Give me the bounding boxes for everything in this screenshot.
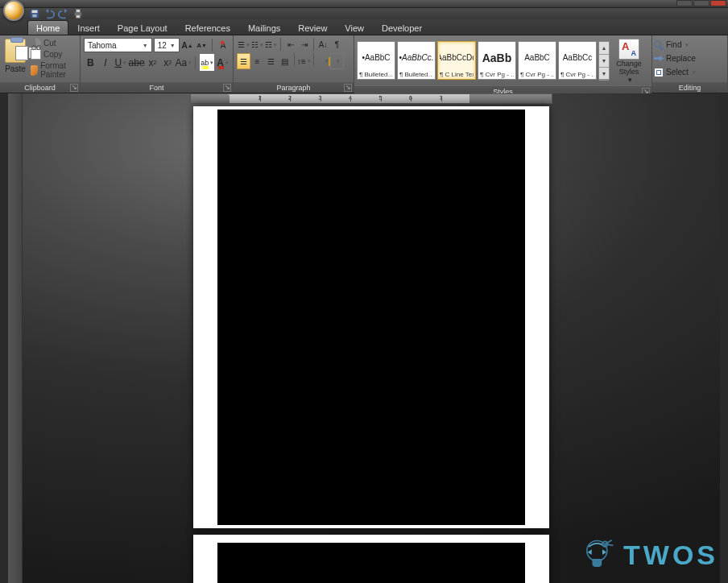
sort-button[interactable]: A↓: [316, 38, 330, 52]
align-center-button[interactable]: ≡: [250, 53, 264, 69]
increase-indent-button[interactable]: ⇥: [297, 38, 311, 52]
styles-more[interactable]: ▾: [599, 68, 609, 81]
replace-icon: [654, 54, 664, 64]
group-clipboard: Paste Cut Copy Format Painter Clipboard↘: [0, 35, 81, 93]
paste-icon: [5, 39, 26, 63]
clear-formatting-button[interactable]: A◆: [217, 39, 230, 52]
page-2-content: [217, 543, 525, 583]
office-button[interactable]: [3, 0, 24, 21]
justify-button[interactable]: ▤: [278, 53, 292, 69]
document-page-1[interactable]: [193, 106, 549, 528]
bullets-button[interactable]: ☰▾: [237, 38, 250, 52]
styles-scroll[interactable]: ▴▾▾: [598, 41, 610, 80]
svg-rect-5: [76, 15, 80, 19]
select-icon: [654, 68, 664, 77]
style-cvr-pg-3[interactable]: AaBbCc¶ Cvr Pg - …: [558, 41, 597, 80]
font-name-dropdown[interactable]: Tahoma▼: [84, 38, 152, 52]
cut-button[interactable]: Cut: [31, 38, 78, 48]
watermark-bulb-icon: [578, 535, 618, 575]
page-1-content: [217, 110, 525, 525]
clipboard-launcher[interactable]: ↘: [70, 84, 78, 92]
watermark-text: TWOS: [623, 540, 718, 571]
paragraph-launcher[interactable]: ↘: [344, 84, 352, 92]
qat-redo-icon[interactable]: [58, 8, 69, 19]
window-titlebar: [0, 0, 728, 8]
svg-rect-4: [76, 10, 80, 13]
align-left-button[interactable]: ☰: [237, 53, 250, 69]
qat-save-icon[interactable]: [29, 8, 40, 19]
change-styles-icon: [618, 39, 639, 60]
multilevel-button[interactable]: ☶▾: [264, 38, 278, 52]
format-painter-button[interactable]: Format Painter: [31, 61, 78, 79]
grow-font-button[interactable]: A▲: [181, 39, 194, 52]
document-area[interactable]: 1234567: [8, 93, 720, 583]
window-minimize-button[interactable]: [676, 0, 693, 6]
style-cvr-pg-2[interactable]: AaBbC¶ Cvr Pg - …: [518, 41, 556, 80]
style-bulleted-2[interactable]: AaBbCc.¶ Bulleted…: [397, 41, 436, 80]
font-size-dropdown[interactable]: 12▼: [154, 38, 180, 52]
svg-rect-1: [32, 10, 38, 14]
align-right-button[interactable]: ☰: [264, 53, 278, 69]
font-color-button[interactable]: A▾: [216, 54, 230, 71]
vertical-ruler: [8, 93, 23, 583]
ribbon: Paste Cut Copy Format Painter Clipboard↘…: [0, 35, 728, 93]
window-maximize-button[interactable]: [693, 0, 709, 6]
tab-home[interactable]: Home: [27, 20, 68, 35]
replace-button[interactable]: Replace: [654, 54, 726, 64]
shrink-font-button[interactable]: A▼: [196, 39, 209, 52]
select-button[interactable]: Select▾: [654, 68, 726, 77]
borders-button[interactable]: ▾: [330, 53, 344, 69]
horizontal-ruler[interactable]: 1234567: [190, 93, 552, 104]
styles-up[interactable]: ▴: [599, 42, 609, 55]
group-label-clipboard: Clipboard↘: [0, 81, 80, 93]
find-icon: [654, 40, 664, 50]
svg-rect-2: [32, 14, 36, 18]
italic-button[interactable]: I: [99, 54, 113, 71]
change-styles-button[interactable]: Change Styles▾: [613, 37, 645, 84]
tab-page-layout[interactable]: Page Layout: [109, 20, 176, 35]
superscript-button[interactable]: x2: [161, 54, 175, 71]
group-font: Tahoma▼ 12▼ A▲ A▼ A◆ B I U▾ abe x2 x2 Aa…: [81, 35, 234, 93]
styles-down[interactable]: ▾: [599, 55, 609, 68]
qat-undo-icon[interactable]: [43, 8, 55, 19]
paste-button[interactable]: Paste: [2, 37, 29, 80]
tab-developer[interactable]: Developer: [373, 20, 431, 35]
quick-access-toolbar: [0, 8, 728, 19]
copy-button[interactable]: Copy: [31, 49, 78, 60]
find-button[interactable]: Find▾: [654, 40, 726, 50]
line-spacing-button[interactable]: ↕≡▾: [297, 53, 311, 69]
shading-button[interactable]: ▾: [316, 53, 330, 69]
styles-gallery: AaBbC¶ Bulleted… AaBbCc.¶ Bulleted… AaBb…: [354, 35, 651, 85]
subscript-button[interactable]: x2: [146, 54, 159, 71]
cut-icon: [31, 38, 41, 48]
style-cvr-pg-1[interactable]: AaBb¶ Cvr Pg - …: [478, 41, 516, 80]
group-paragraph: ☰▾ ☷▾ ☶▾ ⇤ ⇥ A↓ ¶ ☰ ≡ ☰ ▤ ↕≡▾ ▾ ▾: [234, 35, 354, 93]
paste-label: Paste: [5, 64, 26, 73]
tab-mailings[interactable]: Mailings: [239, 20, 289, 35]
group-label-editing: Editing: [652, 81, 727, 93]
group-label-font: Font↘: [81, 81, 233, 93]
qat-print-icon[interactable]: [72, 8, 84, 19]
style-bulleted-1[interactable]: AaBbC¶ Bulleted…: [357, 41, 395, 80]
copy-icon: [31, 49, 41, 60]
window-close-button[interactable]: [710, 0, 726, 6]
tab-view[interactable]: View: [336, 20, 373, 35]
underline-button[interactable]: U▾: [114, 54, 127, 71]
brush-icon: [31, 65, 38, 76]
show-marks-button[interactable]: ¶: [330, 38, 344, 52]
tab-references[interactable]: References: [176, 20, 239, 35]
style-c-line-text[interactable]: AaBbCcDd¶ C Line Text: [437, 41, 476, 80]
group-editing: Find▾ Replace Select▾ Editing: [652, 35, 728, 93]
tab-review[interactable]: Review: [289, 20, 336, 35]
strikethrough-button[interactable]: abe: [129, 54, 144, 71]
numbering-button[interactable]: ☷▾: [250, 38, 264, 52]
decrease-indent-button[interactable]: ⇤: [283, 38, 297, 52]
tab-insert[interactable]: Insert: [68, 20, 109, 35]
change-case-button[interactable]: Aa▾: [176, 54, 191, 71]
document-page-2[interactable]: [193, 535, 549, 583]
font-launcher[interactable]: ↘: [223, 84, 231, 92]
highlight-button[interactable]: ab▾: [200, 54, 214, 71]
group-styles: AaBbC¶ Bulleted… AaBbCc.¶ Bulleted… AaBb…: [354, 35, 652, 93]
bold-button[interactable]: B: [84, 54, 97, 71]
watermark: TWOS: [573, 531, 723, 578]
